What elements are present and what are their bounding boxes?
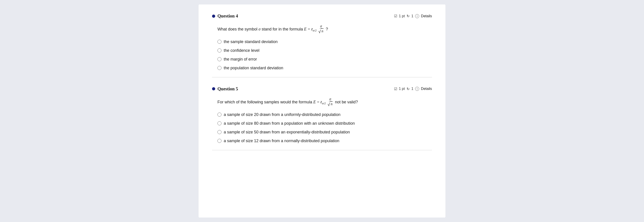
- q5-frac-num: σ: [329, 97, 332, 101]
- q5-radio-1[interactable]: [218, 113, 222, 117]
- q4-radio-2[interactable]: [218, 48, 222, 52]
- question-4-undo: 1: [411, 14, 413, 18]
- q4-option-4[interactable]: the population standard deviation: [218, 66, 432, 70]
- question-4-meta: ☑ 1 pt ↻ 1 i Details: [394, 14, 432, 18]
- question-4-body: What does the symbol σ stand for in the …: [212, 24, 432, 70]
- sqrt-symbol-q4: √: [318, 29, 321, 34]
- q5-text-after: not be valid?: [335, 100, 358, 104]
- question-4-header: Question 4 ☑ 1 pt ↻ 1 i Details: [212, 13, 432, 19]
- q4-frac-num: σ: [320, 24, 322, 28]
- q5-radio-3[interactable]: [218, 130, 222, 134]
- question-4-options: the sample standard deviation the confid…: [218, 39, 432, 70]
- question-4-details[interactable]: Details: [421, 14, 432, 18]
- q5-option-2[interactable]: a sample of size 80 drawn from a populat…: [218, 121, 432, 126]
- q4-formula-sub: α/2: [313, 28, 316, 32]
- undo-icon-q5[interactable]: ↻: [406, 87, 410, 91]
- q4-option-3[interactable]: the margin of error: [218, 57, 432, 62]
- q5-frac-den: √ n: [327, 101, 334, 107]
- question-4-block: Question 4 ☑ 1 pt ↻ 1 i Details What doe…: [212, 13, 432, 77]
- info-icon-q4[interactable]: i: [415, 14, 419, 18]
- q5-option-3-label: a sample of size 50 drawn from an expone…: [224, 130, 350, 135]
- question-4-title-area: Question 4: [212, 13, 238, 19]
- q4-sqrt-content: n: [321, 28, 324, 34]
- q4-frac-den: √ n: [318, 28, 324, 34]
- question-5-options: a sample of size 20 drawn from a uniform…: [218, 112, 432, 143]
- question-5-text: For which of the following samples would…: [218, 97, 432, 107]
- checkbox-icon-q4: ☑: [394, 14, 397, 18]
- info-icon-q5[interactable]: i: [415, 87, 419, 91]
- q5-option-1[interactable]: a sample of size 20 drawn from a uniform…: [218, 112, 432, 117]
- question-5-details[interactable]: Details: [421, 87, 432, 91]
- question-5-body: For which of the following samples would…: [212, 97, 432, 143]
- q4-option-2[interactable]: the confidence level: [218, 48, 432, 53]
- q4-radio-4[interactable]: [218, 66, 222, 70]
- q5-formula: E = zα/2 σ √ n: [313, 97, 334, 107]
- q5-sqrt-content: n: [330, 101, 333, 107]
- q4-option-2-label: the confidence level: [224, 48, 260, 53]
- q4-option-4-label: the population standard deviation: [224, 66, 283, 70]
- question-5-title-area: Question 5: [212, 86, 238, 91]
- q4-option-1-label: the sample standard deviation: [224, 39, 278, 44]
- q5-radio-4[interactable]: [218, 139, 222, 143]
- question-4-text: What does the symbol σ stand for in the …: [218, 24, 432, 34]
- q4-option-1[interactable]: the sample standard deviation: [218, 39, 432, 44]
- sqrt-symbol-q5: √: [328, 102, 330, 107]
- q4-formula-E: E =: [304, 26, 310, 32]
- main-container: Question 4 ☑ 1 pt ↻ 1 i Details What doe…: [198, 4, 446, 218]
- q5-radio-2[interactable]: [218, 121, 222, 125]
- question-5-meta: ☑ 1 pt ↻ 1 i Details: [394, 87, 432, 91]
- q4-option-3-label: the margin of error: [224, 57, 257, 62]
- q4-sqrt: √ n: [318, 28, 324, 34]
- question-5-undo: 1: [411, 87, 413, 91]
- question-5-points: 1 pt: [399, 87, 405, 91]
- question-5-dot: [212, 87, 215, 90]
- sigma-symbol-q4: σ: [258, 27, 260, 31]
- q4-fraction: σ √ n: [318, 24, 324, 34]
- question-4-dot: [212, 14, 215, 18]
- q5-formula-z: zα/2: [320, 99, 326, 106]
- q5-option-4[interactable]: a sample of size 12 drawn from a normall…: [218, 139, 432, 143]
- q4-text-after: ?: [326, 27, 328, 31]
- question-4-points: 1 pt: [399, 14, 405, 18]
- q4-formula-z: zα/2: [311, 26, 316, 33]
- q5-text-before: For which of the following samples would…: [218, 100, 313, 104]
- q4-radio-3[interactable]: [218, 57, 222, 61]
- q5-formula-E: E =: [313, 99, 320, 105]
- q4-radio-1[interactable]: [218, 40, 222, 44]
- undo-icon-q4[interactable]: ↻: [406, 14, 410, 18]
- q5-formula-sub: α/2: [322, 101, 326, 105]
- question-4-title: Question 4: [218, 13, 238, 19]
- q4-formula: E = zα/2 σ √ n: [304, 24, 325, 34]
- question-5-header: Question 5 ☑ 1 pt ↻ 1 i Details: [212, 86, 432, 91]
- q5-sqrt: √ n: [328, 101, 333, 107]
- q5-option-4-label: a sample of size 12 drawn from a normall…: [224, 139, 339, 143]
- q5-option-3[interactable]: a sample of size 50 drawn from an expone…: [218, 130, 432, 135]
- q5-option-1-label: a sample of size 20 drawn from a uniform…: [224, 112, 340, 117]
- q5-option-2-label: a sample of size 80 drawn from a populat…: [224, 121, 355, 126]
- q5-fraction: σ √ n: [327, 97, 334, 107]
- question-5-block: Question 5 ☑ 1 pt ↻ 1 i Details For whic…: [212, 86, 432, 150]
- q4-text-before: What does the symbol σ stand for in the …: [218, 27, 304, 31]
- question-5-title: Question 5: [218, 86, 238, 91]
- checkbox-icon-q5: ☑: [394, 87, 397, 91]
